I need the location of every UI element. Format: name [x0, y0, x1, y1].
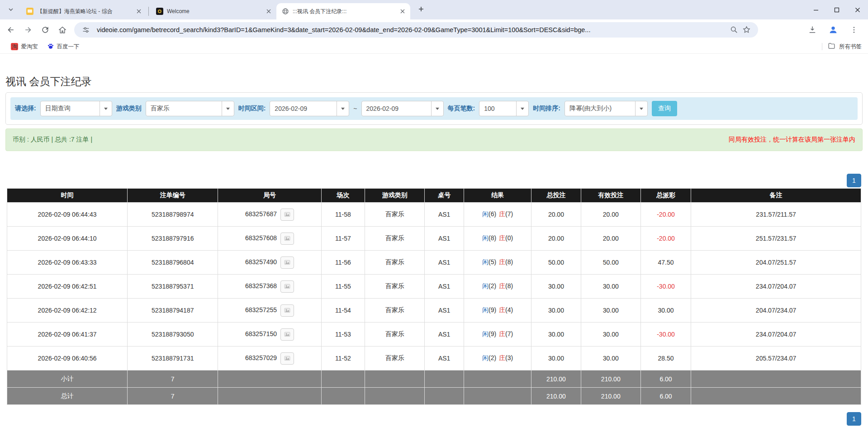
close-tab-icon[interactable] — [135, 7, 143, 15]
column-header: 结果 — [464, 189, 531, 203]
close-window-button[interactable] — [847, 0, 868, 19]
column-header: 游戏类别 — [365, 189, 425, 203]
replay-icon-button[interactable] — [280, 352, 294, 365]
profile-avatar[interactable] — [825, 22, 841, 38]
session: 11-54 — [321, 299, 365, 323]
site-settings-icon[interactable] — [80, 24, 92, 36]
maximize-button[interactable] — [826, 0, 847, 19]
page-1-button[interactable]: 1 — [847, 412, 861, 426]
round-id-cell: 683257490 — [218, 251, 321, 275]
note: 204.07/234.07 — [691, 299, 861, 323]
note: 205.57/234.07 — [691, 347, 861, 370]
note: 234.07/204.07 — [691, 275, 861, 299]
date-start-input[interactable]: 2026-02-09 — [270, 101, 349, 116]
total-count: 7 — [128, 388, 218, 405]
bookmark-taobao[interactable]: 淘 爱淘宝 — [6, 41, 43, 52]
url-address-bar[interactable]: videoie.com/game/betrecord_search/kind3?… — [74, 22, 758, 38]
menu-dots-icon[interactable] — [846, 22, 862, 38]
new-tab-button[interactable] — [415, 4, 427, 16]
tab-bet-records-active[interactable]: :::视讯 会员下注纪录::: — [276, 3, 410, 19]
replay-icon-button[interactable] — [280, 233, 294, 245]
valid-bet: 20.00 — [581, 203, 640, 227]
bookmarks-bar: 淘 爱淘宝 百度一下 所有书签 — [0, 40, 868, 54]
total-payout: 6.00 — [640, 388, 691, 405]
close-tab-icon[interactable] — [398, 7, 407, 15]
total-bet-link[interactable]: 30.00 — [531, 347, 581, 370]
chevron-down-icon[interactable] — [516, 101, 528, 116]
total-bet-link[interactable]: 50.00 — [531, 251, 581, 275]
url-text[interactable]: videoie.com/game/betrecord_search/kind3?… — [97, 26, 727, 33]
plus-icon — [418, 6, 424, 14]
chevron-down-icon[interactable] — [635, 101, 647, 116]
back-button[interactable] — [4, 23, 18, 37]
page-size-select[interactable]: 100 — [479, 101, 529, 116]
banker-result: 庄 — [499, 258, 505, 266]
round-id: 683257029 — [245, 354, 277, 361]
column-header: 桌号 — [425, 189, 464, 203]
chevron-down-icon[interactable] — [222, 101, 234, 116]
game-type: 百家乐 — [365, 227, 425, 251]
chevron-down-icon[interactable] — [100, 101, 112, 116]
game-type: 百家乐 — [365, 203, 425, 227]
total-bet-link[interactable]: 20.00 — [531, 227, 581, 251]
replay-icon-button[interactable] — [280, 280, 294, 293]
column-header: 场次 — [321, 189, 365, 203]
game-type-select[interactable]: 百家乐 — [146, 101, 234, 116]
tab-welcome[interactable]: Welcome — [151, 3, 276, 19]
bookmark-baidu[interactable]: 百度一下 — [43, 41, 84, 52]
zoom-search-icon[interactable] — [727, 24, 740, 36]
table-number: AS1 — [425, 275, 464, 299]
query-button[interactable]: 查询 — [652, 101, 677, 116]
replay-icon-button[interactable] — [280, 304, 294, 317]
date-end-input[interactable]: 2026-02-09 — [361, 101, 444, 116]
game-type: 百家乐 — [365, 323, 425, 347]
total-bet-link[interactable]: 20.00 — [531, 203, 581, 227]
forward-button[interactable] — [21, 23, 35, 37]
downloads-icon[interactable] — [805, 22, 820, 38]
bookmark-star-icon[interactable] — [740, 24, 753, 36]
bookmarks-divider — [822, 43, 822, 50]
minimize-button[interactable] — [806, 0, 826, 19]
session: 11-58 — [321, 203, 365, 227]
player-result: 闲 — [482, 354, 489, 361]
result-cell: 闲(9)庄(7) — [464, 323, 531, 347]
payout: -20.00 — [640, 203, 691, 227]
replay-icon-button[interactable] — [280, 256, 294, 269]
all-bookmarks-label: 所有书签 — [839, 43, 862, 51]
bet-id: 523188798974 — [128, 203, 218, 227]
total-bet-link[interactable]: 30.00 — [531, 299, 581, 323]
replay-icon-button[interactable] — [280, 328, 294, 341]
query-type-select[interactable]: 日期查询 — [40, 101, 112, 116]
bet-id: 523188795371 — [128, 275, 218, 299]
player-result: 闲 — [482, 258, 489, 266]
total-bet-link[interactable]: 30.00 — [531, 275, 581, 299]
table-row: 2026-02-09 06:42:12 523188794187 6832572… — [7, 299, 861, 323]
column-header: 注单编号 — [128, 189, 218, 203]
total-bet-link[interactable]: 30.00 — [531, 323, 581, 347]
session: 11-53 — [321, 323, 365, 347]
sort-order-select[interactable]: 降幂(由大到小) — [564, 101, 648, 116]
globe-icon — [282, 8, 289, 15]
chevron-down-icon[interactable] — [337, 101, 349, 116]
banker-result: 庄 — [499, 282, 505, 290]
round-id-cell: 683257029 — [218, 347, 321, 370]
table-number: AS1 — [425, 299, 464, 323]
round-id-cell: 683257368 — [218, 275, 321, 299]
bet-id: 523188797916 — [128, 227, 218, 251]
browser-toolbar: videoie.com/game/betrecord_search/kind3?… — [0, 19, 868, 40]
session: 11-56 — [321, 251, 365, 275]
page-1-button[interactable]: 1 — [847, 174, 861, 187]
table-row: 2026-02-09 06:41:37 523188793050 6832571… — [7, 323, 861, 347]
currency-summary-text: 币别 : 人民币 | 总共 :7 注单 | — [13, 136, 92, 144]
tab-search-button[interactable] — [5, 4, 17, 16]
chevron-down-icon[interactable] — [431, 101, 443, 116]
round-id-cell: 683257255 — [218, 299, 321, 323]
game-type: 百家乐 — [365, 347, 425, 370]
replay-icon-button[interactable] — [280, 209, 294, 221]
all-bookmarks[interactable]: 所有书签 — [822, 42, 862, 52]
home-button[interactable] — [55, 23, 70, 37]
tab-forum[interactable]: 【新提醒】海燕策略论坛 - 综合 — [21, 3, 147, 19]
tab-title: :::视讯 会员下注纪录::: — [293, 8, 398, 15]
close-tab-icon[interactable] — [265, 7, 273, 15]
reload-button[interactable] — [38, 23, 52, 37]
